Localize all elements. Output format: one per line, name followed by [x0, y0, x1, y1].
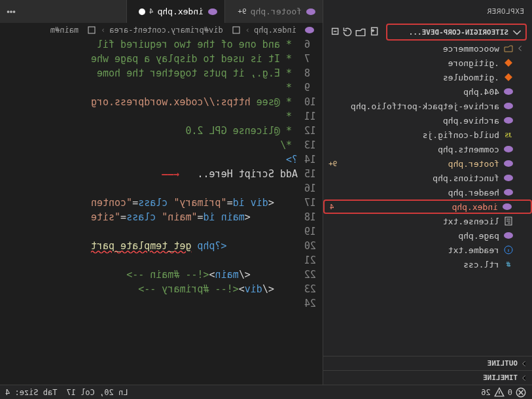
php-icon — [503, 158, 514, 169]
line-number: 12 — [304, 124, 323, 138]
crumb-part: main#m — [50, 26, 79, 35]
tree-item[interactable]: archive-jetpack-portfolio.php — [323, 99, 532, 113]
line-number: 11 — [304, 109, 323, 124]
crumb-sep: › — [101, 26, 105, 35]
tree-item[interactable]: archive.php — [323, 113, 532, 128]
code-content[interactable]: * and one of the two required fil * It i… — [0, 37, 298, 385]
workspace-folder[interactable]: SITEORIGIN-CORP-DEVE... — [386, 24, 527, 41]
tree-item-label: rtl.css — [328, 260, 499, 269]
tree-item[interactable]: .gitignore — [323, 56, 532, 70]
code-line — [0, 224, 298, 239]
symbol-block-icon — [86, 25, 97, 35]
problems-status[interactable]: 0 26 — [481, 387, 527, 398]
svg-rect-19 — [233, 27, 239, 33]
cursor-position[interactable]: Ln 20, Col 17 — [66, 388, 128, 397]
svg-point-6 — [504, 160, 513, 167]
editor-area: footer.php9+index.php4 index.php › div#p… — [0, 0, 323, 385]
timeline-section[interactable]: TIMELINE — [323, 370, 532, 385]
line-number: 18 — [304, 210, 323, 224]
svg-point-5 — [504, 146, 513, 152]
tree-item[interactable]: JSbuild-config.js — [323, 128, 532, 142]
tree-item-label: readme.txt — [328, 245, 499, 255]
tree-item-badge: 9+ — [328, 160, 337, 168]
git-icon — [503, 72, 514, 82]
tree-item[interactable]: 404.php — [323, 84, 532, 99]
svg-rect-20 — [88, 27, 95, 33]
svg-point-7 — [504, 175, 513, 181]
code-line: * — [0, 109, 298, 124]
svg-point-18 — [305, 27, 314, 33]
file-tree: woocommerce.gitignore.gitmodules404.phpa… — [323, 41, 532, 356]
tree-item[interactable]: #rtl.css — [323, 257, 532, 271]
sidebar: EXPLORER SITEORIGIN-CORP-DEVE... woocomm… — [323, 0, 532, 385]
editor-tab[interactable]: index.php4 — [126, 0, 224, 23]
code-line: </main><!-- #main --> — [0, 268, 298, 282]
tree-item[interactable]: .gitmodules — [323, 70, 532, 84]
refresh-icon[interactable] — [342, 26, 353, 38]
php-icon — [503, 86, 514, 97]
code-line: * It is used to display a page whe — [0, 52, 298, 66]
php-icon — [503, 115, 514, 126]
error-icon — [515, 387, 527, 398]
line-number: 9 — [304, 80, 323, 95]
tree-item-label: 404.php — [328, 87, 499, 97]
svg-point-4 — [504, 117, 513, 124]
tree-item[interactable]: functions.php — [323, 171, 532, 185]
tree-item[interactable]: index.php4 — [323, 200, 532, 214]
line-number: 10 — [304, 95, 323, 109]
php-icon — [503, 173, 514, 183]
line-number: 7 — [304, 52, 323, 66]
outline-section[interactable]: OUTLINE — [323, 356, 532, 370]
breadcrumb[interactable]: index.php › div#primary.content-area › m… — [0, 23, 323, 37]
code-editor[interactable]: 6789101112131415161718192021222324 * and… — [0, 37, 323, 385]
chevron-right-icon — [516, 44, 524, 52]
tree-item-label: .gitignore — [328, 58, 499, 68]
new-folder-icon[interactable] — [355, 26, 366, 38]
svg-rect-0 — [372, 27, 378, 35]
tree-item-label: woocommerce — [328, 44, 499, 54]
php-icon — [304, 25, 315, 35]
php-icon — [503, 144, 514, 154]
tab-overflow[interactable] — [0, 0, 22, 23]
tree-item[interactable]: header.php — [323, 185, 532, 200]
php-icon — [503, 187, 514, 198]
editor-tab[interactable]: footer.php9+ — [224, 0, 323, 23]
line-number: 20 — [304, 239, 323, 253]
crumb-part: div#primary.content-area — [109, 26, 222, 35]
workspace-folder-label: SITEORIGIN-CORP-DEVE... — [409, 28, 508, 37]
git-icon — [503, 58, 514, 68]
svg-point-17 — [7, 10, 9, 12]
error-count: 0 — [508, 388, 512, 397]
tree-item-label: index.php — [338, 202, 498, 212]
tree-item[interactable]: page.php — [323, 228, 532, 243]
tree-item[interactable]: footer.php9+ — [323, 156, 532, 171]
code-line — [0, 296, 298, 311]
line-number: 14 — [304, 152, 323, 167]
code-line: <main id="main" class="site — [0, 210, 298, 224]
js-icon: JS — [503, 130, 514, 140]
code-line: * — [0, 80, 298, 95]
tab-size[interactable]: Tab Size: 4 — [5, 388, 57, 397]
tree-item-label: build-config.js — [328, 130, 499, 140]
tree-item[interactable]: woocommerce — [323, 41, 532, 56]
tree-item[interactable]: license.txt — [323, 214, 532, 228]
php-icon — [503, 101, 514, 111]
tab-label: index.php — [158, 7, 204, 16]
svg-point-3 — [504, 103, 513, 109]
tree-item-label: page.php — [328, 231, 499, 241]
svg-point-14 — [208, 9, 217, 15]
chevron-right-icon — [520, 360, 528, 368]
warning-icon — [493, 387, 505, 398]
tree-item-badge: 4 — [330, 203, 334, 211]
svg-point-13 — [306, 9, 315, 15]
tree-item[interactable]: comments.php — [323, 142, 532, 156]
collapse-all-icon[interactable] — [328, 26, 340, 38]
timeline-label: TIMELINE — [483, 373, 518, 382]
line-number: 24 — [304, 296, 323, 311]
tree-item[interactable]: readme.txt — [323, 243, 532, 257]
tree-item-label: .gitmodules — [328, 73, 499, 82]
new-file-icon[interactable] — [368, 26, 380, 38]
explorer-title: EXPLORER — [323, 0, 532, 23]
tab-bar: footer.php9+index.php4 — [0, 0, 323, 23]
code-line: * and one of the two required fil — [0, 37, 298, 52]
